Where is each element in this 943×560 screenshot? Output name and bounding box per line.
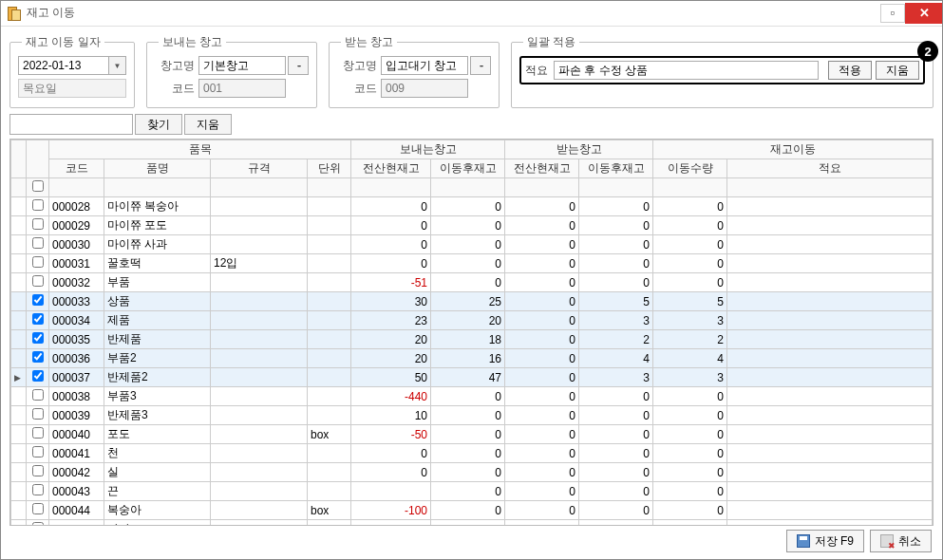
cell-unit[interactable] [308,444,351,463]
cell-note[interactable] [727,216,933,235]
minimize-button[interactable]: ▫ [880,4,905,23]
cell-qty[interactable]: 0 [653,273,727,292]
cell-r-cur[interactable]: 0 [505,520,579,527]
cell-s-cur[interactable]: 0 [351,197,431,216]
table-row[interactable]: 000038부품3-4400000 [11,387,933,406]
cell-s-aft[interactable]: 0 [431,463,505,482]
cell-r-aft[interactable]: 0 [579,482,653,501]
cell-spec[interactable] [211,235,308,254]
table-row[interactable]: 000029마이쮸 포도00000 [11,216,933,235]
cell-code[interactable]: 000037 [49,368,104,387]
cell-r-cur[interactable]: 0 [505,463,579,482]
cell-s-cur[interactable]: 50 [351,368,431,387]
cell-qty[interactable]: 3 [653,311,727,330]
table-row[interactable]: 000033상품3025055 [11,292,933,311]
cell-s-cur[interactable]: 0 [351,254,431,273]
cell-code[interactable]: 000030 [49,235,104,254]
cell-qty[interactable]: 0 [653,235,727,254]
cell-r-aft[interactable]: 0 [579,425,653,444]
cell-code[interactable]: 000045 [49,520,104,527]
cell-r-cur[interactable]: 0 [505,292,579,311]
cell-unit[interactable] [308,273,351,292]
cell-s-aft[interactable]: 47 [431,368,505,387]
cell-note[interactable] [727,406,933,425]
cell-name[interactable]: 포도 [104,425,211,444]
cell-name[interactable]: 반제품3 [104,406,211,425]
cell-spec[interactable] [211,273,308,292]
cell-note[interactable] [727,349,933,368]
cell-unit[interactable] [308,463,351,482]
cell-code[interactable]: 000034 [49,311,104,330]
cell-code[interactable]: 000041 [49,444,104,463]
cell-qty[interactable]: 0 [653,197,727,216]
cell-spec[interactable]: 12입 [211,254,308,273]
cell-note[interactable] [727,330,933,349]
col-code[interactable]: 코드 [49,159,104,178]
cell-unit[interactable]: box [308,520,351,527]
cell-spec[interactable] [211,197,308,216]
bulk-apply-button[interactable]: 적용 [828,61,872,80]
find-button[interactable]: 찾기 [135,114,182,135]
cell-s-aft[interactable]: 0 [431,216,505,235]
save-button[interactable]: 저장 F9 [786,530,864,552]
cell-unit[interactable] [308,406,351,425]
cell-qty[interactable]: 0 [653,254,727,273]
cell-unit[interactable] [308,197,351,216]
cell-r-cur[interactable]: 0 [505,311,579,330]
cell-unit[interactable] [308,368,351,387]
col-note[interactable]: 적요 [727,159,933,178]
cell-qty[interactable]: 0 [653,520,727,527]
cell-qty[interactable]: 0 [653,425,727,444]
cell-s-cur[interactable]: -440 [351,387,431,406]
close-button[interactable]: ✕ [905,3,943,24]
cell-r-cur[interactable]: 0 [505,216,579,235]
cell-name[interactable]: 실 [104,463,211,482]
cell-r-cur[interactable]: 0 [505,330,579,349]
cell-name[interactable]: 부품 [104,273,211,292]
cell-unit[interactable] [308,235,351,254]
cell-s-aft[interactable]: 0 [431,501,505,520]
cell-spec[interactable] [211,425,308,444]
cell-r-aft[interactable]: 0 [579,197,653,216]
cell-r-cur[interactable]: 0 [505,425,579,444]
cell-note[interactable] [727,482,933,501]
cell-unit[interactable]: box [308,501,351,520]
row-checkbox[interactable] [32,370,44,382]
col-unit[interactable]: 단위 [308,159,351,178]
date-input[interactable] [18,56,109,75]
cell-r-cur[interactable]: 0 [505,387,579,406]
cell-name[interactable]: 끈 [104,482,211,501]
cell-name[interactable]: 천 [104,444,211,463]
cell-s-aft[interactable]: 0 [431,444,505,463]
cell-qty[interactable]: 0 [653,463,727,482]
cell-s-aft[interactable]: 0 [431,406,505,425]
cell-s-aft[interactable]: 18 [431,330,505,349]
row-checkbox[interactable] [32,484,44,495]
table-row[interactable]: 000034제품2320033 [11,311,933,330]
cell-qty[interactable]: 3 [653,368,727,387]
col-spec[interactable]: 규격 [211,159,308,178]
cell-qty[interactable]: 2 [653,330,727,349]
cell-note[interactable] [727,387,933,406]
cell-spec[interactable] [211,292,308,311]
cell-code[interactable]: 000028 [49,197,104,216]
cell-code[interactable]: 000039 [49,406,104,425]
table-row[interactable]: 000043끈0000 [11,482,933,501]
cancel-button[interactable]: 취소 [870,530,932,552]
cell-code[interactable]: 000038 [49,387,104,406]
cell-unit[interactable] [308,311,351,330]
row-checkbox[interactable] [32,522,44,526]
cell-qty[interactable]: 0 [653,482,727,501]
cell-spec[interactable] [211,387,308,406]
row-checkbox[interactable] [32,199,44,211]
cell-r-cur[interactable]: 0 [505,406,579,425]
cell-s-aft[interactable]: 0 [431,254,505,273]
cell-unit[interactable] [308,254,351,273]
bulk-clear-button[interactable]: 지움 [876,61,919,80]
cell-r-aft[interactable]: 0 [579,444,653,463]
cell-note[interactable] [727,425,933,444]
cell-unit[interactable] [308,482,351,501]
cell-name[interactable]: 마이쮸 사과 [104,235,211,254]
send-wh-lookup-button[interactable]: ··· [288,56,309,75]
row-checkbox[interactable] [32,465,44,476]
